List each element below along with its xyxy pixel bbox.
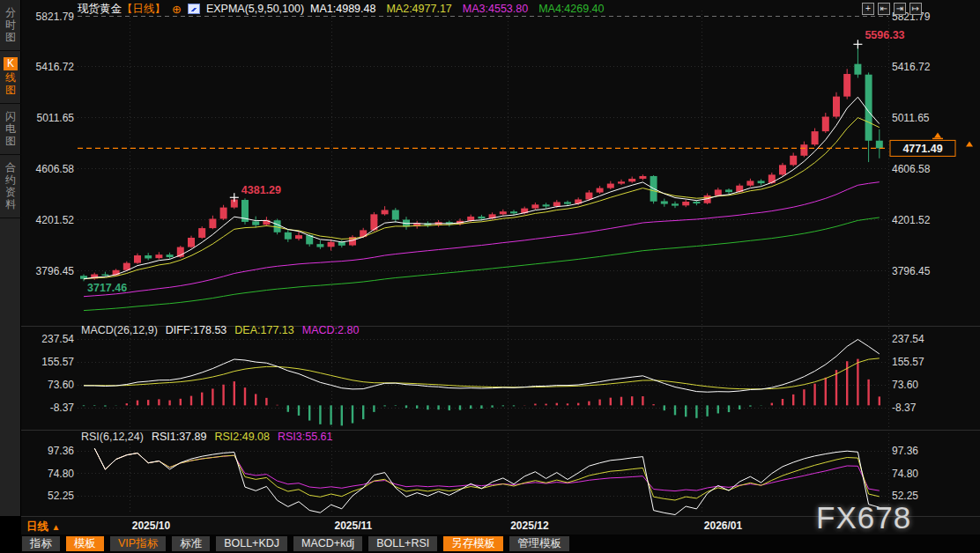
bottom-tab-7[interactable]: BOLL+RSI [368,536,437,551]
pan-left-icon[interactable]: ⇤ [878,3,890,15]
axis-tick-label: 73.60 [48,379,74,391]
rsi-lines [94,448,880,515]
sidebar-tab-char: 图 [0,84,21,96]
bottom-toolbar: 指标模板VIP指标标准BOLL+KDJMACD+kdjBOLL+RSI另存模板管… [21,535,980,553]
sidebar-tab-char: K [4,57,18,70]
sidebar-tab-char: 图 [0,31,21,43]
last-price-line: 4771.49 [78,132,973,156]
axis-tick-label: 5011.65 [37,112,75,124]
expma-lines [84,97,880,310]
sidebar-tab-2[interactable]: K线图 [0,51,21,104]
macd-histogram [84,359,880,426]
chart-topbar: 现货黄金【日线】 ⊕ EXPMA(5,9,50,100) MA1:4989.48… [78,2,605,16]
axis-tick-label: 4606.58 [892,163,931,175]
annotation-label: 3717.46 [87,282,127,294]
axis-tick-label: 74.80 [48,468,74,480]
axis-tick-label: 237.54 [892,333,924,345]
timeframe-arrow-icon: ▲ [51,522,60,532]
rsi-indicator-label: RSI(6,12,24) [81,431,144,443]
axis-tick-label: 97.36 [48,445,74,457]
annotation-label: 4381.29 [241,184,281,196]
chart-canvas[interactable]: 4771.495596.334381.293717.465821.795821.… [0,0,980,553]
bottom-tab-2[interactable]: 模板 [66,536,104,551]
bottom-tab-4[interactable]: 标准 [172,536,210,551]
symbol-title: 现货黄金 [78,2,122,17]
axis-tick-label: 237.54 [41,333,74,345]
add-overlay-icon[interactable]: ⊕ [172,3,182,16]
bottom-tab-8[interactable]: 另存模板 [443,536,503,551]
pan-right-icon[interactable]: ⇥ [894,3,906,15]
sidebar-tab-3[interactable]: 闪电图 [0,104,21,155]
bottom-tab-3[interactable]: VIP指标 [110,536,166,551]
ma3-value: MA3:4553.80 [463,3,528,15]
sidebar-tab-1[interactable]: 分时图 [0,0,21,51]
timeframe-selector[interactable]: 日线 ▲ [26,520,60,535]
axis-tick-label: -8.37 [50,402,75,414]
axis-tick-label: 5416.72 [36,61,75,73]
sidebar-tab-char: 图 [0,135,21,147]
annotation-label: 5596.33 [865,29,904,41]
ma4-value: MA4:4269.40 [538,3,604,15]
axis-tick-label: 52.25 [48,490,74,502]
axis-tick-label: 4606.58 [36,163,75,175]
sidebar-footer [0,516,21,553]
axis-tick-label: 155.57 [892,356,924,368]
sidebar-tab-char: 资 [0,186,21,198]
ma-legend: MA1:4989.48MA2:4977.17MA3:4553.80MA4:426… [310,3,604,15]
bottom-tab-9[interactable]: 管理模板 [509,536,569,551]
sidebar-tab-char: 闪 [0,110,21,122]
axis-tick-label: 155.57 [41,356,74,368]
ma1-value: MA1:4989.48 [310,3,375,15]
axis-tick-label: 4201.52 [892,214,931,226]
shift-right-icon[interactable]: ↦ [909,3,922,15]
axis-tick-label: 73.60 [892,379,918,391]
sidebar-tab-4[interactable]: 合约资料 [0,155,21,218]
sidebar-tab-char: 合 [0,161,21,173]
macd-indicator-label: MACD(26,12,9) [81,324,158,336]
axis-tick-label: 3796.45 [892,265,931,277]
axis-tick-label: 5821.79 [36,11,75,23]
watermark: FX678 [816,500,911,535]
sidebar: 分时图K线图闪电图合约资料 [0,0,21,553]
macd-dea-value: DEA:177.13 [234,324,293,336]
bottom-tab-1[interactable]: 指标 [22,536,60,551]
rsi2-value: RSI2:49.08 [214,431,270,443]
month-axis-label: 2025/11 [314,520,393,532]
axis-tick-label: 74.80 [892,468,918,480]
chart-tool-icons: +⇤⇥↦ [862,3,922,15]
sidebar-tab-char: 分 [0,6,21,18]
rsi3-value: RSI3:55.61 [278,431,333,443]
expma-indicator-label: EXPMA(5,9,50,100) [206,3,304,15]
month-axis-label: 2025/10 [111,520,190,532]
indicator-icon[interactable] [188,4,200,14]
sidebar-tab-char: 料 [0,198,21,210]
macd-header: MACD(26,12,9) DIFF:178.53 DEA:177.13 MAC… [81,324,359,336]
macd-diff-value: DIFF:178.53 [166,324,226,336]
axis-tick-label: 97.36 [892,445,918,457]
price-annotations: 5596.334381.293717.46 [87,29,905,294]
sidebar-tab-char: 电 [0,122,21,135]
ma2-value: MA2:4977.17 [386,3,451,15]
axis-tick-label: 4201.52 [36,214,75,226]
sidebar-tab-char: 约 [0,173,21,186]
bottom-tab-5[interactable]: BOLL+KDJ [216,536,287,551]
chart-app: 4771.495596.334381.293717.465821.795821.… [0,0,980,553]
axis-tick-label: -8.37 [892,402,917,414]
rsi1-value: RSI1:37.89 [152,431,207,443]
macd-lines [84,340,880,393]
bottom-tab-6[interactable]: MACD+kdj [293,536,362,551]
sidebar-tab-char: 线 [0,71,21,84]
axis-tick-label: 5011.65 [892,112,930,124]
month-axis-label: 2025/12 [490,520,569,532]
month-axis-label: 2026/01 [684,520,763,532]
timeframe-label: 【日线】 [122,2,166,17]
crosshair-icon[interactable]: + [862,3,874,15]
last-price-value: 4771.49 [902,143,942,155]
macd-hist-value: MACD:2.80 [302,324,360,336]
axis-tick-label: 3796.45 [36,265,75,277]
sidebar-tab-char: 时 [0,18,21,31]
rsi-header: RSI(6,12,24) RSI1:37.89 RSI2:49.08 RSI3:… [81,431,333,443]
axis-tick-label: 5416.72 [892,61,931,73]
